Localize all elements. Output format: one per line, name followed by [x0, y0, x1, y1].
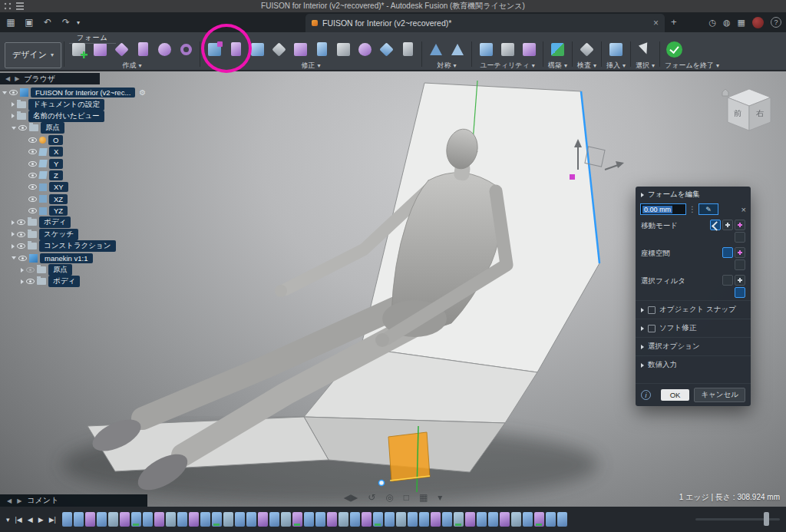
vertex-filter-button[interactable]: [722, 275, 733, 286]
mirror-duplicate-icon[interactable]: [448, 40, 467, 58]
visibility-eye-icon[interactable]: [28, 197, 37, 202]
expander-icon[interactable]: [641, 345, 644, 349]
utilities-menu[interactable]: ユーティリティ▾: [477, 58, 538, 71]
timeline-feature-icon[interactable]: [304, 512, 314, 527]
document-settings-gear-icon[interactable]: ⚙: [139, 88, 146, 97]
tree-item-manekin-component[interactable]: manekin v1:1: [0, 252, 161, 263]
visibility-eye-icon[interactable]: [17, 232, 25, 237]
timeline-feature-icon[interactable]: [431, 512, 441, 527]
visibility-eye-icon[interactable]: [9, 90, 18, 95]
navigation-dock[interactable]: ◀▶↺◎□▦▾: [344, 492, 443, 503]
timeline-playback-controls[interactable]: ▾|◀◀▶▶|: [6, 516, 56, 524]
timeline-feature-icon[interactable]: [454, 512, 464, 527]
viewcube-front-label[interactable]: 前: [734, 109, 741, 117]
timeline-feature-icon[interactable]: [189, 512, 199, 527]
merge-edge-icon[interactable]: [291, 40, 309, 58]
object-snap-checkbox[interactable]: [648, 306, 656, 314]
timeline-feature-icon[interactable]: [97, 512, 107, 527]
nav-dock-icon[interactable]: ↺: [368, 492, 375, 503]
timeline-feature-icon[interactable]: [235, 512, 245, 527]
edit-form-icon[interactable]: [205, 40, 223, 58]
timeline-feature-icon[interactable]: [143, 512, 153, 527]
timeline-feature-icon[interactable]: [108, 512, 118, 527]
timeline-feature-icon[interactable]: [200, 512, 210, 527]
selection-options-section[interactable]: 選択オプション: [636, 337, 751, 355]
finish-form-check-icon[interactable]: [665, 40, 683, 58]
timeline-feature-icon[interactable]: [327, 512, 337, 527]
menu-lines-icon[interactable]: [16, 2, 24, 10]
timeline-feature-icon[interactable]: [523, 512, 533, 527]
app-grid-icon[interactable]: [4, 2, 12, 10]
comment-next-icon[interactable]: ▶: [17, 497, 21, 504]
expander-icon[interactable]: [641, 308, 644, 312]
form-context-tab[interactable]: フォーム: [69, 33, 116, 44]
help-icon[interactable]: ?: [771, 17, 781, 28]
select-cursor-icon[interactable]: [636, 40, 654, 58]
expander-icon[interactable]: [12, 244, 15, 249]
tree-item-axis-z[interactable]: Z: [0, 170, 161, 181]
construct-menu[interactable]: 構築▾: [548, 58, 567, 71]
nav-dock-icon[interactable]: ▦: [419, 492, 428, 503]
viewport-3d[interactable]: ◀ ▶ ブラウザ FUISON for Interior (v2~rec... …: [0, 71, 786, 507]
kebab-menu-icon[interactable]: ⋮: [689, 205, 696, 213]
timeline-feature-icon[interactable]: [246, 512, 256, 527]
nav-dock-icon[interactable]: □: [404, 492, 409, 503]
bridge-icon[interactable]: [312, 40, 331, 58]
viewcube-home-icon[interactable]: [722, 89, 728, 96]
insert-edge-icon[interactable]: [226, 40, 245, 58]
select-menu[interactable]: 選択▾: [636, 58, 655, 71]
timeline-feature-icon[interactable]: [177, 512, 187, 527]
expander-icon[interactable]: [21, 268, 24, 273]
slider-handle[interactable]: [764, 512, 769, 526]
tree-item-manekin-bodies[interactable]: ボディ: [0, 276, 161, 287]
visibility-eye-icon[interactable]: [17, 220, 25, 225]
soft-modification-section[interactable]: ソフト修正: [636, 319, 751, 337]
collapse-left-icon[interactable]: ◀: [5, 75, 10, 82]
visibility-eye-icon[interactable]: [18, 256, 27, 261]
timeline-feature-icon[interactable]: [339, 512, 348, 527]
timeline-feature-icon[interactable]: [488, 512, 498, 527]
expander-icon[interactable]: [12, 127, 16, 130]
viewcube-right-label[interactable]: 右: [756, 109, 764, 117]
weld-vertices-icon[interactable]: [355, 40, 374, 58]
expander-icon[interactable]: [12, 102, 15, 107]
visibility-eye-icon[interactable]: [28, 161, 37, 167]
expander-icon[interactable]: [12, 256, 16, 259]
workspace-selector[interactable]: デザイン ▾: [5, 42, 61, 68]
timeline-feature-icon[interactable]: [154, 512, 164, 527]
browser-header[interactable]: ◀ ▶ ブラウザ: [0, 73, 100, 84]
timeline-feature-icon[interactable]: [465, 512, 475, 527]
expander-icon[interactable]: [641, 363, 644, 368]
construction-plane-icon[interactable]: [548, 40, 566, 58]
timeline-feature-icon[interactable]: [557, 512, 567, 527]
timeline-feature-icon[interactable]: [350, 512, 360, 527]
tree-item-plane-xz[interactable]: XZ: [0, 193, 161, 205]
transform-mode-button[interactable]: [735, 232, 745, 243]
timeline-feature-strip[interactable]: [62, 507, 689, 532]
expander-icon[interactable]: [21, 279, 24, 284]
visibility-eye-icon[interactable]: [28, 137, 37, 143]
view-cube[interactable]: 前 右: [720, 82, 778, 136]
thicken-icon[interactable]: [398, 40, 417, 58]
timeline-feature-icon[interactable]: [546, 512, 556, 527]
repair-body-icon[interactable]: [498, 40, 517, 58]
new-tab-icon[interactable]: +: [671, 16, 677, 28]
convert-icon[interactable]: [520, 40, 538, 58]
job-status-icon[interactable]: ◷: [708, 18, 716, 28]
insert-menu[interactable]: 挿入▾: [606, 58, 626, 71]
crease-icon[interactable]: [269, 40, 288, 58]
world-space-button[interactable]: [722, 247, 733, 258]
local-space-button[interactable]: [735, 247, 745, 258]
playback-control-icon[interactable]: ▶|: [49, 516, 56, 524]
timeline-feature-icon[interactable]: [477, 512, 487, 527]
visibility-eye-icon[interactable]: [28, 149, 37, 154]
visibility-eye-icon[interactable]: [18, 125, 27, 131]
playback-control-icon[interactable]: ◀: [28, 516, 33, 524]
visibility-eye-icon[interactable]: [28, 173, 37, 178]
nav-dock-icon[interactable]: ◀▶: [344, 492, 358, 503]
rotate-mode-button[interactable]: [722, 220, 733, 230]
notifications-icon[interactable]: ◍: [723, 18, 731, 28]
timeline-feature-icon[interactable]: [373, 512, 383, 527]
timeline-feature-icon[interactable]: [408, 512, 418, 527]
dialog-header[interactable]: フォームを編集: [636, 187, 751, 201]
